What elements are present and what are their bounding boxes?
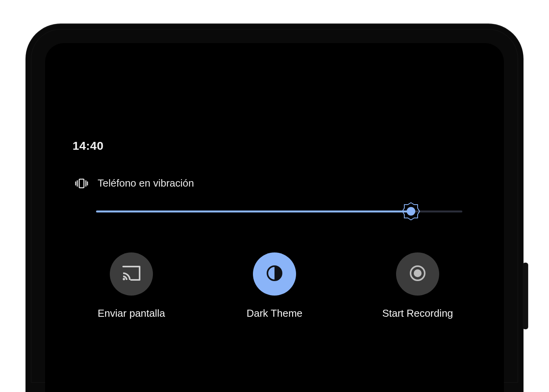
tile-record-button[interactable] [396, 252, 439, 296]
record-icon [409, 264, 427, 284]
brightness-slider-fill [96, 211, 411, 212]
dark-theme-icon [265, 264, 284, 284]
svg-point-3 [123, 278, 125, 280]
screen: 14:40 Teléfono en vibración [45, 43, 504, 392]
brightness-slider-thumb[interactable] [402, 202, 420, 220]
quick-settings-tiles: Enviar pantalla Dark Theme [80, 252, 469, 319]
tile-cast-button[interactable] [110, 252, 153, 296]
status-bar-time: 14:40 [73, 139, 104, 152]
tile-record-label: Start Recording [382, 307, 453, 319]
tile-cast-label: Enviar pantalla [98, 307, 165, 319]
ringer-mode-row[interactable]: Teléfono en vibración [75, 177, 194, 189]
cast-icon [121, 264, 142, 284]
ringer-mode-label: Teléfono en vibración [98, 177, 194, 189]
tile-cast: Enviar pantalla [80, 252, 182, 319]
phone-device: 14:40 Teléfono en vibración [25, 24, 524, 392]
power-button[interactable] [523, 263, 528, 329]
vibrate-icon [75, 178, 88, 189]
tile-dark-theme: Dark Theme [224, 252, 325, 319]
tile-record: Start Recording [367, 252, 469, 319]
tile-dark-theme-button[interactable] [253, 252, 296, 296]
tile-dark-theme-label: Dark Theme [247, 307, 303, 319]
svg-point-6 [414, 269, 422, 277]
svg-rect-0 [79, 179, 84, 188]
svg-point-2 [407, 207, 415, 216]
